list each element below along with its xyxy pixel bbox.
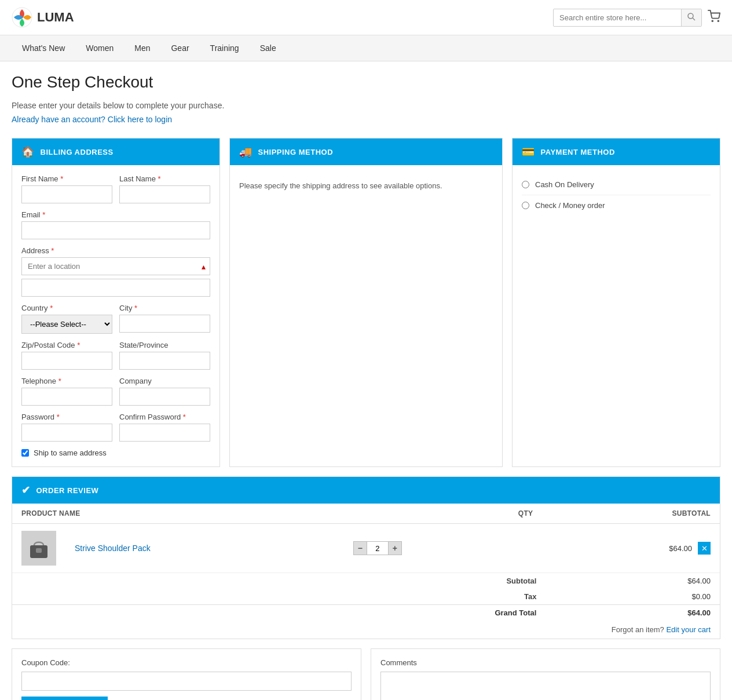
qty-decrease-button[interactable]: −: [353, 541, 367, 555]
login-link[interactable]: Already have an account? Click here to l…: [12, 115, 720, 124]
product-subtotal-cell: $64.00 ✕: [542, 524, 720, 573]
coupon-section: Coupon Code: APPLY COUPON: [12, 648, 361, 700]
edit-cart-link[interactable]: Edit your cart: [666, 625, 711, 634]
nav-men[interactable]: Men: [124, 35, 160, 61]
main-nav: What's New Women Men Gear Training Sale: [0, 35, 732, 61]
first-name-group: First Name *: [21, 174, 112, 203]
col-product-name: PRODUCT NAME: [12, 504, 344, 524]
forgot-item-row: Forgot an item? Edit your cart: [12, 621, 720, 639]
city-label: City *: [119, 304, 210, 312]
svg-rect-7: [36, 548, 42, 553]
col-qty: QTY: [344, 504, 543, 524]
zip-label: Zip/Postal Code *: [21, 341, 112, 349]
payment-check-radio[interactable]: [522, 202, 529, 209]
zip-group: Zip/Postal Code *: [21, 341, 112, 370]
confirm-password-input[interactable]: [119, 424, 210, 442]
company-label: Company: [119, 377, 210, 385]
home-icon: 🏠: [21, 145, 35, 158]
company-input[interactable]: [119, 388, 210, 406]
password-label: Password *: [21, 413, 112, 421]
billing-form: First Name * Last Name * Email *: [12, 165, 219, 466]
payment-cash-label[interactable]: Cash On Delivery: [535, 180, 594, 189]
nav-whats-new[interactable]: What's New: [12, 35, 75, 61]
ship-same-row: Ship to same address: [21, 449, 210, 457]
nav-training[interactable]: Training: [200, 35, 250, 61]
remove-product-button[interactable]: ✕: [698, 542, 711, 555]
svg-point-1: [688, 13, 693, 19]
email-group: Email *: [21, 210, 210, 239]
order-review-body: PRODUCT NAME QTY SUBTOTAL: [12, 504, 720, 639]
last-name-label: Last Name *: [119, 174, 210, 183]
logo: LUMA: [12, 7, 74, 28]
search-button[interactable]: [681, 9, 701, 26]
telephone-input[interactable]: [21, 388, 112, 406]
shipping-header-label: SHIPPING METHOD: [258, 148, 334, 156]
address-line2-input[interactable]: [21, 279, 210, 297]
city-input[interactable]: [119, 315, 210, 333]
order-table: PRODUCT NAME QTY SUBTOTAL: [12, 504, 720, 621]
ship-same-label[interactable]: Ship to same address: [34, 449, 107, 457]
first-name-input[interactable]: [21, 185, 112, 203]
address-pin-icon: ▴: [202, 262, 206, 271]
qty-increase-button[interactable]: +: [388, 541, 402, 555]
payment-cash-radio[interactable]: [522, 181, 529, 188]
ship-same-checkbox[interactable]: [21, 449, 29, 457]
telephone-label: Telephone *: [21, 377, 112, 385]
address-autocomplete-input[interactable]: [21, 257, 210, 275]
comments-textarea[interactable]: [380, 672, 711, 700]
zip-input[interactable]: [21, 352, 112, 370]
apply-coupon-button[interactable]: APPLY COUPON: [21, 697, 108, 700]
nav-gear[interactable]: Gear: [160, 35, 199, 61]
state-input[interactable]: [119, 352, 210, 370]
qty-input[interactable]: [367, 541, 388, 555]
product-name-cell: Strive Shoulder Pack: [65, 524, 344, 573]
state-group: State/Province: [119, 341, 210, 370]
grand-total-label: Grand Total: [344, 605, 543, 621]
svg-line-2: [693, 18, 695, 20]
order-review-section: ✔ ORDER REVIEW PRODUCT NAME QTY SUBTOTAL: [12, 476, 720, 639]
password-input[interactable]: [21, 424, 112, 442]
product-image: [21, 531, 56, 566]
subtotal-row: Subtotal $64.00: [12, 573, 720, 589]
payment-option-check: Check / Money order: [522, 195, 711, 216]
forgot-text: Forgot an item?: [612, 625, 664, 634]
nav-sale[interactable]: Sale: [250, 35, 287, 61]
cart-icon[interactable]: [708, 10, 720, 25]
last-name-group: Last Name *: [119, 174, 210, 203]
company-group: Company: [119, 377, 210, 406]
header-right: [553, 9, 720, 27]
search-input[interactable]: [554, 10, 681, 25]
country-label: Country *: [21, 304, 112, 312]
svg-point-4: [718, 20, 719, 21]
comments-section: Comments: [371, 648, 720, 700]
email-label: Email *: [21, 210, 210, 219]
country-select[interactable]: --Please Select--: [21, 315, 112, 334]
product-name-link[interactable]: Strive Shoulder Pack: [75, 544, 151, 553]
order-table-header-row: PRODUCT NAME QTY SUBTOTAL: [12, 504, 720, 524]
email-input[interactable]: [21, 221, 210, 239]
product-image-cell: [12, 524, 65, 573]
order-review-header: ✔ ORDER REVIEW: [12, 477, 720, 504]
confirm-password-label: Confirm Password *: [119, 413, 210, 421]
checkmark-icon: ✔: [21, 484, 31, 497]
payment-option-cash: Cash On Delivery: [522, 174, 711, 195]
payment-check-label[interactable]: Check / Money order: [535, 201, 605, 210]
grand-total-row: Grand Total $64.00: [12, 605, 720, 621]
nav-women[interactable]: Women: [75, 35, 124, 61]
svg-point-3: [712, 20, 713, 21]
bottom-row: Coupon Code: APPLY COUPON Comments: [12, 648, 720, 700]
last-name-input[interactable]: [119, 185, 210, 203]
search-icon: [687, 13, 696, 21]
cart-svg-icon: [708, 10, 720, 23]
billing-header: 🏠 BILLING ADDRESS: [12, 138, 219, 165]
page-title: One Step Checkout: [12, 73, 720, 92]
table-row: Strive Shoulder Pack − + $64.00: [12, 524, 720, 573]
tax-value: $0.00: [542, 589, 720, 605]
logo-icon: [12, 7, 32, 28]
shipping-header: 🚚 SHIPPING METHOD: [230, 138, 502, 165]
coupon-code-input[interactable]: [21, 672, 352, 691]
order-review-label: ORDER REVIEW: [36, 486, 99, 495]
password-group: Password *: [21, 413, 112, 442]
country-group: Country * --Please Select--: [21, 304, 112, 334]
payment-section: 💳 PAYMENT METHOD Cash On Delivery Check …: [512, 138, 720, 467]
